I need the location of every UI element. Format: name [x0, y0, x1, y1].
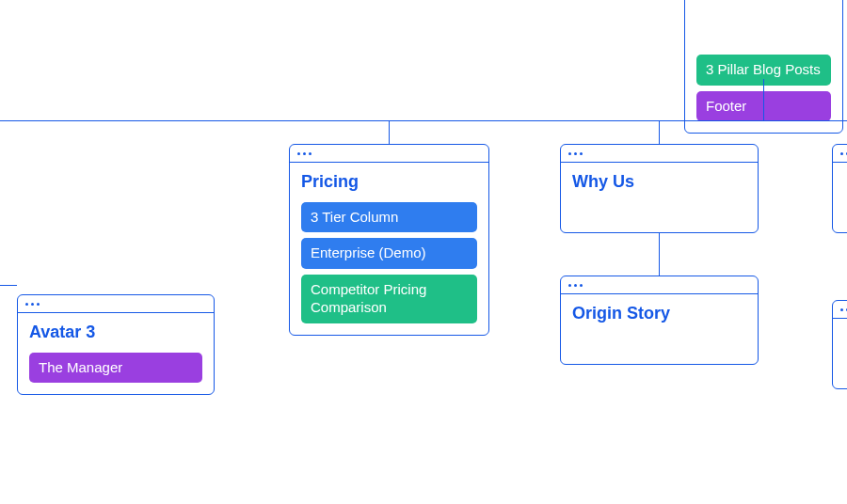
card-titlebar — [833, 301, 847, 319]
card-title: Why Us — [572, 172, 746, 193]
connector-whyus-to-origin — [659, 233, 660, 276]
pill-the-manager[interactable]: The Manager — [29, 353, 202, 384]
pill-enterprise-demo[interactable]: Enterprise (Demo) — [301, 238, 477, 269]
connector-to-avatar3 — [0, 285, 17, 286]
card-titlebar — [18, 295, 214, 313]
connector-to-pricing — [389, 120, 390, 144]
card-origin-story[interactable]: Origin Story — [560, 276, 759, 365]
card-titlebar — [561, 145, 758, 163]
card-pricing[interactable]: Pricing 3 Tier Column Enterprise (Demo) … — [289, 144, 489, 336]
connector-to-whyus — [659, 120, 660, 144]
card-title: Origin Story — [572, 304, 746, 324]
pill-competitor-pricing-comparison[interactable]: Competitor Pricing Comparison — [301, 275, 477, 323]
pill-three-tier-column[interactable]: 3 Tier Column — [301, 202, 477, 233]
card-why-us[interactable]: Why Us — [560, 144, 759, 233]
sitemap-canvas[interactable]: . . . . 3 Pillar Blog Posts Footer Prici… — [0, 0, 847, 504]
card-title: Pricing — [301, 172, 477, 193]
card-title: Avatar 3 — [29, 323, 202, 343]
card-titlebar — [561, 276, 758, 294]
card-offscreen-right-2[interactable] — [832, 300, 847, 389]
card-titlebar — [833, 145, 847, 163]
connector-vertical — [763, 79, 764, 120]
connector-horizontal-main — [0, 120, 847, 121]
card-offscreen-right-1[interactable] — [832, 144, 847, 233]
card-titlebar — [290, 145, 488, 163]
card-avatar-3[interactable]: Avatar 3 The Manager — [17, 294, 215, 395]
